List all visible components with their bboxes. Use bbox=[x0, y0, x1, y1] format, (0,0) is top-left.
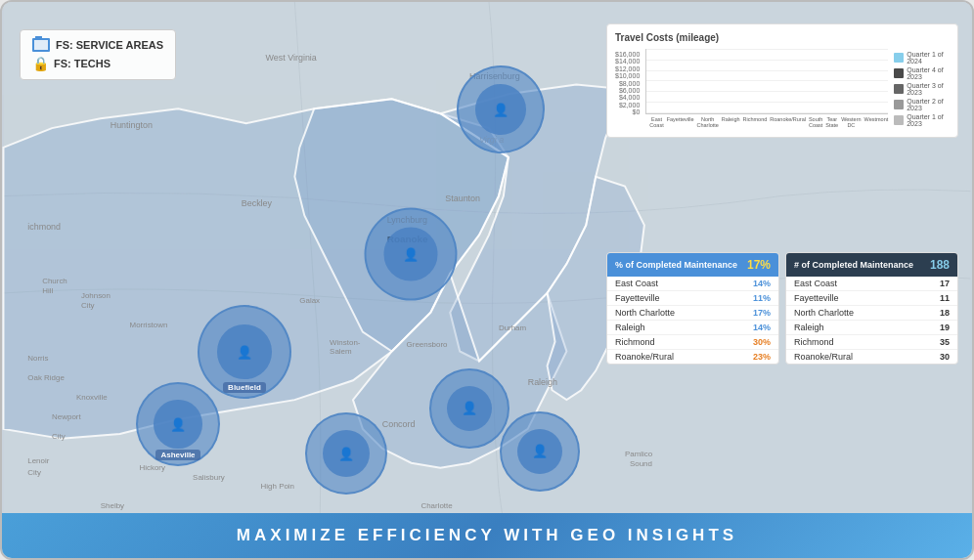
svg-text:Sound: Sound bbox=[630, 459, 652, 468]
table-row: Fayetteville 11% bbox=[607, 291, 778, 306]
stats-pct-label: % of Completed Maintenance bbox=[615, 260, 737, 270]
svg-text:Salem: Salem bbox=[330, 347, 352, 356]
banner-text: MAXIMIZE EFFICIENCY WITH GEO INSIGHTS bbox=[237, 526, 737, 545]
tech-person-icon-5: 👤 bbox=[338, 447, 354, 461]
tech-circle-asheville[interactable]: 👤 Asheville bbox=[136, 382, 220, 466]
table-row: Fayetteville 11 bbox=[786, 291, 957, 306]
svg-text:Knoxville: Knoxville bbox=[76, 393, 108, 402]
svg-text:Raleigh: Raleigh bbox=[528, 377, 557, 387]
svg-text:Norris: Norris bbox=[27, 354, 48, 363]
svg-text:Salisbury: Salisbury bbox=[193, 473, 225, 482]
tech-circle-virginia[interactable]: 👤 bbox=[457, 65, 545, 153]
chart-title: Travel Costs (mileage) bbox=[615, 32, 950, 43]
stats-count-table: East Coast 17 Fayetteville 11 North Char… bbox=[786, 277, 957, 364]
chart-panel: Travel Costs (mileage) $16,000 $14,000 $… bbox=[606, 23, 958, 138]
svg-text:Newport: Newport bbox=[52, 412, 81, 421]
main-container: Winchester Germantown Baltimore Annapoli… bbox=[0, 0, 974, 560]
svg-text:Durham: Durham bbox=[499, 323, 527, 332]
stats-pct-value: 17% bbox=[747, 258, 771, 272]
svg-text:Huntington: Huntington bbox=[111, 120, 153, 130]
svg-text:City: City bbox=[27, 468, 41, 477]
svg-text:Charlotte: Charlotte bbox=[421, 501, 453, 510]
tech-person-icon-2: 👤 bbox=[403, 247, 419, 262]
tech-circle-raleigh[interactable]: 👤 bbox=[500, 411, 580, 492]
tech-circle-bluefield[interactable]: 👤 Bluefield bbox=[198, 305, 291, 399]
svg-text:Hickory: Hickory bbox=[139, 463, 164, 472]
svg-text:High Poin: High Poin bbox=[261, 482, 294, 491]
svg-text:City: City bbox=[81, 301, 95, 310]
svg-text:Hill: Hill bbox=[42, 286, 53, 295]
chart-legend: Quarter 1 of 2024 Quarter 4 of 2023 Quar… bbox=[894, 49, 950, 129]
stats-panel-count: # of Completed Maintenance 188 East Coas… bbox=[785, 252, 958, 365]
svg-text:Beckley: Beckley bbox=[242, 198, 273, 208]
svg-text:Staunton: Staunton bbox=[445, 194, 480, 203]
table-row: North Charlotte 17% bbox=[607, 306, 778, 321]
svg-text:Winston-: Winston- bbox=[330, 338, 361, 347]
table-row: East Coast 17 bbox=[786, 277, 957, 291]
svg-text:Lenoir: Lenoir bbox=[27, 456, 49, 465]
svg-text:Morristown: Morristown bbox=[130, 321, 168, 329]
tech-person-icon-7: 👤 bbox=[532, 444, 548, 458]
tech-person-icon-3: 👤 bbox=[237, 345, 252, 360]
tech-person-icon-6: 👤 bbox=[462, 401, 477, 415]
table-row: Richmond 30% bbox=[607, 335, 778, 350]
map-legend: FS: SERVICE AREAS 🔒 FS: TECHS bbox=[20, 29, 176, 80]
table-row: Raleigh 19 bbox=[786, 321, 957, 335]
svg-text:Concord: Concord bbox=[382, 419, 416, 429]
svg-text:Johnson: Johnson bbox=[81, 291, 111, 300]
table-row: Raleigh 14% bbox=[607, 321, 778, 335]
tech-person-icon: 👤 bbox=[493, 103, 509, 117]
table-row: East Coast 14% bbox=[607, 277, 778, 291]
tech-circle-fayetteville[interactable]: 👤 bbox=[429, 368, 509, 449]
stats-header-count: # of Completed Maintenance 188 bbox=[786, 253, 957, 277]
legend-techs-label: FS: TECHS bbox=[54, 58, 111, 69]
stats-header-pct: % of Completed Maintenance 17% bbox=[607, 253, 778, 277]
legend-techs: 🔒 FS: TECHS bbox=[32, 56, 163, 71]
svg-text:Greensboro: Greensboro bbox=[407, 340, 449, 349]
stats-panel-pct: % of Completed Maintenance 17% East Coas… bbox=[606, 252, 779, 365]
legend-service-areas: FS: SERVICE AREAS bbox=[32, 38, 163, 52]
tech-circle-concord[interactable]: 👤 bbox=[305, 412, 387, 495]
tech-circle-roanoke[interactable]: 👤 bbox=[365, 208, 458, 301]
stats-count-value: 188 bbox=[930, 258, 950, 272]
table-row: North Charlotte 18 bbox=[786, 306, 957, 321]
table-row: Roanoke/Rural 23% bbox=[607, 350, 778, 365]
bottom-banner: MAXIMIZE EFFICIENCY WITH GEO INSIGHTS bbox=[2, 513, 972, 558]
svg-text:City: City bbox=[52, 432, 66, 441]
svg-text:Shelby: Shelby bbox=[101, 501, 124, 510]
svg-text:Church: Church bbox=[42, 277, 67, 285]
stats-count-label: # of Completed Maintenance bbox=[794, 260, 913, 270]
table-row: Roanoke/Rural 30 bbox=[786, 350, 957, 365]
stats-row: % of Completed Maintenance 17% East Coas… bbox=[606, 252, 958, 365]
svg-text:Oak Ridge: Oak Ridge bbox=[27, 373, 65, 382]
tech-person-icon-4: 👤 bbox=[170, 417, 186, 432]
table-row: Richmond 35 bbox=[786, 335, 957, 350]
svg-text:Galax: Galax bbox=[299, 296, 320, 305]
stats-pct-table: East Coast 14% Fayetteville 11% North Ch… bbox=[607, 277, 778, 364]
svg-text:Pamlico: Pamlico bbox=[625, 450, 653, 458]
svg-text:West Virginia: West Virginia bbox=[266, 53, 317, 63]
legend-service-areas-label: FS: SERVICE AREAS bbox=[56, 39, 163, 51]
svg-text:ichmond: ichmond bbox=[27, 222, 61, 232]
